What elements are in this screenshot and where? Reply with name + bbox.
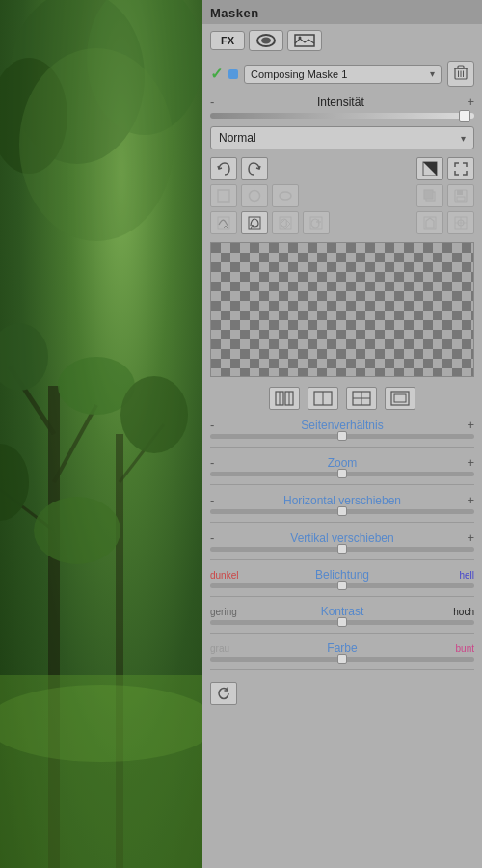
- preview-btn4-icon: [390, 391, 410, 406]
- preview-btn-3[interactable]: [346, 387, 377, 410]
- preview-btn3-icon: [352, 391, 371, 406]
- lasso-add-button[interactable]: [303, 211, 330, 234]
- horizontal-plus[interactable]: +: [461, 493, 474, 507]
- horizontal-thumb[interactable]: [337, 506, 347, 516]
- ellipse-tool-button[interactable]: [272, 184, 299, 207]
- vertikal-slider[interactable]: [210, 547, 474, 552]
- tool-6[interactable]: [447, 211, 474, 234]
- intensity-minus[interactable]: -: [210, 95, 214, 109]
- zoom-thumb[interactable]: [337, 469, 347, 478]
- blend-mode-dropdown[interactable]: Normal ▾: [210, 126, 474, 149]
- kontrast-section: gering Kontrast hoch: [202, 601, 482, 629]
- rect-tool-button[interactable]: [210, 184, 237, 207]
- seitenverhaeltnis-slider[interactable]: [210, 434, 474, 439]
- farbe-slider[interactable]: [210, 657, 474, 662]
- mask-enabled-check[interactable]: ✓: [210, 65, 223, 83]
- mask-dropdown-chevron: ▾: [430, 68, 435, 79]
- circle-tool-button[interactable]: [241, 184, 268, 207]
- horizontal-label: Horizontal verschieben: [224, 494, 461, 507]
- fx-button[interactable]: FX: [210, 31, 245, 50]
- divider-2: [210, 484, 474, 485]
- circle-icon: [256, 34, 276, 47]
- zoom-plus[interactable]: +: [461, 455, 474, 470]
- preview-btn-1[interactable]: [269, 387, 300, 410]
- refresh-row: [202, 674, 482, 713]
- kontrast-left-label: gering: [210, 607, 239, 617]
- belichtung-thumb[interactable]: [337, 581, 347, 590]
- belichtung-slider[interactable]: [210, 583, 474, 588]
- kontrast-right-label: hoch: [445, 607, 474, 617]
- tool-5[interactable]: [416, 211, 443, 234]
- vertikal-label: Vertikal verschieben: [224, 531, 461, 545]
- svg-line-7: [54, 405, 96, 482]
- horizontal-minus[interactable]: -: [210, 493, 224, 507]
- zoom-minus[interactable]: -: [210, 455, 224, 470]
- preview-btn-4[interactable]: [385, 387, 415, 410]
- seitenverhaeltnis-row: - Seitenverhältnis +: [210, 414, 474, 432]
- image-icon: [294, 34, 315, 47]
- svg-point-10: [0, 323, 48, 391]
- horizontal-slider[interactable]: [210, 509, 474, 514]
- invert-icon: [422, 161, 438, 176]
- circle-button[interactable]: [249, 30, 283, 51]
- svg-point-14: [34, 497, 120, 564]
- kontrast-label: Kontrast: [239, 605, 445, 618]
- preview-btn1-icon: [275, 391, 294, 406]
- redo-button[interactable]: [241, 157, 268, 180]
- blend-mode-chevron: ▾: [461, 133, 466, 144]
- kontrast-thumb[interactable]: [337, 617, 347, 627]
- invert-button[interactable]: [416, 157, 443, 180]
- preview-btn-2[interactable]: [308, 387, 338, 410]
- svg-point-20: [299, 37, 302, 40]
- svg-rect-23: [458, 66, 464, 68]
- kontrast-slider[interactable]: [210, 620, 474, 625]
- mask-preview: [210, 242, 474, 377]
- freehand-tool-button[interactable]: [210, 211, 237, 234]
- belichtung-row: dunkel Belichtung hell: [210, 564, 474, 582]
- seitenverhaeltnis-section: - Seitenverhältnis +: [202, 414, 482, 443]
- refresh-icon: [216, 686, 231, 701]
- redo-icon: [248, 162, 261, 176]
- belichtung-right-label: hell: [445, 570, 474, 581]
- farbe-label: Farbe: [239, 641, 445, 655]
- mask-name-dropdown[interactable]: Composing Maske 1 ▾: [244, 65, 442, 84]
- delete-mask-button[interactable]: [447, 61, 474, 87]
- intensity-slider-track[interactable]: [210, 113, 474, 119]
- farbe-thumb[interactable]: [337, 654, 347, 664]
- lasso-tool-button[interactable]: [241, 211, 268, 234]
- undo-button[interactable]: [210, 157, 237, 180]
- intensity-slider-thumb[interactable]: [459, 110, 470, 122]
- tool6-icon: [454, 216, 468, 230]
- lasso-add-icon: [309, 216, 323, 230]
- top-buttons-row: FX: [202, 24, 482, 57]
- expand-button[interactable]: [447, 157, 474, 180]
- farbe-row: grau Farbe bunt: [210, 637, 474, 655]
- horizontal-section: - Horizontal verschieben +: [202, 489, 482, 518]
- divider-7: [210, 669, 474, 670]
- tool5-icon: [423, 216, 437, 230]
- svg-point-3: [19, 48, 174, 241]
- vertikal-plus[interactable]: +: [461, 530, 474, 545]
- divider-3: [210, 522, 474, 523]
- vertikal-thumb[interactable]: [337, 544, 347, 554]
- expand-icon: [453, 161, 469, 176]
- intensity-label: Intensität: [218, 95, 463, 109]
- vertikal-minus[interactable]: -: [210, 530, 224, 545]
- horizontal-row: - Horizontal verschieben +: [210, 489, 474, 507]
- mask-row: ✓ Composing Maske 1 ▾: [202, 57, 482, 91]
- ellipse-tool-icon: [278, 189, 293, 203]
- seitenverhaeltnis-thumb[interactable]: [337, 431, 347, 441]
- refresh-button[interactable]: [210, 682, 237, 705]
- divider-4: [210, 559, 474, 560]
- seitenverhaeltnis-plus[interactable]: +: [461, 418, 474, 432]
- seitenverhaeltnis-minus[interactable]: -: [210, 418, 224, 432]
- lasso-subtract-button[interactable]: [272, 211, 299, 234]
- divider-5: [210, 596, 474, 597]
- svg-point-18: [261, 38, 271, 44]
- intensity-plus[interactable]: +: [467, 95, 474, 109]
- save-button[interactable]: [447, 184, 474, 207]
- zoom-slider[interactable]: [210, 472, 474, 476]
- copy-button[interactable]: [416, 184, 443, 207]
- preview-buttons-row: [202, 383, 482, 414]
- image-button[interactable]: [287, 30, 322, 51]
